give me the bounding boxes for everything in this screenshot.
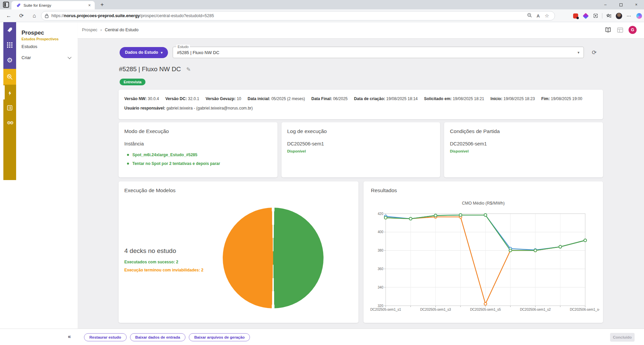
window-close-button[interactable]: × — [629, 0, 644, 9]
collapse-sidebar-icon[interactable]: « — [68, 334, 71, 340]
info-field: Início: 19/08/2025 18:23 — [490, 96, 535, 101]
instance-bullets: Spot_m6i.24xlarge_Estudo_#5285Tentar no … — [124, 153, 272, 166]
info-field: Fim: 19/08/2025 19:00 — [541, 96, 582, 101]
restore-study-button[interactable]: Restaurar estudo — [84, 333, 127, 341]
browser-titlebar: Suite for Energy × + – × — [0, 0, 644, 9]
back-button[interactable]: ← — [5, 12, 13, 20]
status-badge: Entrevista — [120, 79, 145, 85]
sidebar-item-label: Criar — [22, 55, 31, 60]
info-field: Data de criação: 19/08/2025 18:14 — [354, 96, 418, 101]
status-available: Disponível — [287, 149, 435, 153]
breadcrumb-separator: › — [100, 28, 102, 32]
browser-profile-avatar[interactable] — [614, 12, 624, 20]
info-field: Usuário responsável: gabriel.teixeira - … — [124, 106, 253, 111]
chart-title: CMO Médio (R$/MWh) — [363, 201, 603, 206]
window-controls: – × — [598, 0, 644, 9]
info-field: Solicitado em: 19/08/2025 18:21 — [424, 96, 484, 101]
extensions-row: ⋯ — [570, 12, 644, 20]
svg-text:DC202505-sem1_s5: DC202505-sem1_s5 — [470, 308, 501, 311]
browser-workspaces-icon[interactable] — [3, 2, 9, 8]
cmo-line-chart[interactable]: 320340360380400420DC202505-sem1_s1DC2025… — [367, 208, 599, 314]
infeasible-count: Execução terminou com inviabilidades: 2 — [124, 268, 203, 272]
study-info-card: Versão NW: 30.0.4Versão DC: 32.0.1Versão… — [119, 90, 603, 119]
study-title: #5285 | Fluxo NW DC — [119, 66, 181, 73]
favorites-bar-icon[interactable] — [604, 12, 614, 20]
instance-bullet: Spot_m6i.24xlarge_Estudo_#5285 — [124, 153, 272, 157]
app-rail: ⚙ ⚙⚙ — [3, 22, 16, 180]
execution-mode-card: Modo de Execução Instância Spot_m6i.24xl… — [119, 122, 277, 177]
card-title: Log de execução — [287, 128, 435, 134]
window-maximize-button[interactable] — [613, 0, 629, 9]
tab-close-icon[interactable]: × — [87, 3, 92, 8]
settings-gear-icon[interactable]: ⚙ — [6, 56, 13, 64]
sidebar-item-criar[interactable]: Criar — [19, 52, 75, 63]
window-minimize-button[interactable]: – — [598, 0, 613, 9]
copilot-icon[interactable] — [634, 12, 644, 20]
edit-pencil-icon[interactable]: ✎ — [186, 66, 190, 73]
info-field: Versão DC: 32.0.1 — [165, 96, 199, 101]
card-title: Condições de Partida — [450, 128, 597, 134]
svg-text:340: 340 — [378, 286, 383, 289]
sidebar-item-estudos[interactable]: Estudos — [19, 41, 75, 52]
main-area: Prospec › Central do Estudo G — [78, 22, 644, 345]
sidebar-subtitle: Estudos Prospectivos — [22, 37, 78, 41]
start-conditions-card: Condições de Partida DC202506-sem1 Dispo… — [444, 122, 603, 177]
new-tab-button[interactable]: + — [98, 1, 106, 8]
zoom-out-icon[interactable] — [525, 13, 534, 19]
done-button: Concluído — [610, 333, 635, 342]
extension-colorful-icon[interactable] — [581, 12, 591, 20]
decks-summary: 4 decks no estudo — [124, 247, 203, 255]
address-bar[interactable]: https://norus.projecoes-preprod.suite.en… — [41, 11, 555, 20]
deck-name[interactable]: DC202506-sem1 — [450, 141, 597, 146]
study-select-label: Estudo — [176, 45, 190, 49]
decks-pie-chart[interactable] — [223, 208, 324, 308]
rail-active-app[interactable] — [3, 69, 16, 85]
study-select[interactable]: Estudo #5285 | Fluxo NW DC ▾ — [173, 47, 584, 58]
select-arrow-icon: ▾ — [577, 50, 579, 55]
url-text: https://norus.projecoes-preprod.suite.en… — [51, 13, 525, 18]
card-title: Modo de Execução — [124, 128, 272, 134]
suite-logo-icon[interactable] — [6, 26, 13, 34]
deck-name[interactable]: DC202506-sem1 — [287, 141, 435, 146]
study-info-row-1: Versão NW: 30.0.4Versão DC: 32.0.1Versão… — [124, 96, 597, 101]
card-title: Resultados — [371, 187, 397, 193]
svg-text:360: 360 — [378, 267, 383, 271]
download-input-data-button[interactable]: Baixar dados de entrada — [130, 333, 186, 341]
list-board-icon[interactable] — [6, 104, 13, 112]
layout-panel-icon[interactable] — [616, 26, 624, 34]
energy-bolt-icon[interactable] — [6, 89, 13, 97]
info-field: Data inicial: 05/2025 (2 meses) — [248, 96, 305, 101]
study-data-menu-label: Dados do Estudo — [125, 50, 158, 55]
info-field: Versão NW: 30.0.4 — [124, 96, 159, 101]
svg-text:DC202506-sem1_s2: DC202506-sem1_s2 — [520, 308, 551, 311]
chevron-down-icon — [68, 55, 71, 59]
tab-favicon-icon — [16, 3, 21, 8]
study-info-row-2: Usuário responsável: gabriel.teixeira - … — [124, 106, 597, 111]
svg-text:400: 400 — [378, 230, 383, 234]
download-generation-files-button[interactable]: Baixar arquivos de geração — [189, 333, 250, 341]
browser-menu-icon[interactable]: ⋯ — [624, 12, 634, 20]
services-gears-icon[interactable]: ⚙⚙ — [6, 119, 13, 126]
app-header: Prospec › Central do Estudo G — [78, 22, 644, 39]
results-card: Resultados CMO Médio (R$/MWh) 3203403603… — [363, 181, 603, 323]
status-available: Disponível — [450, 149, 597, 153]
breadcrumb-prospec[interactable]: Prospec — [82, 28, 97, 32]
toolbar-divider — [602, 13, 602, 18]
refresh-study-icon[interactable]: ⟳ — [592, 49, 597, 56]
extensions-menu-icon[interactable] — [591, 12, 601, 20]
sidebar-title: Prospec — [22, 30, 78, 36]
home-button[interactable]: ⌂ — [30, 12, 38, 20]
refresh-button[interactable]: ⟳ — [17, 12, 26, 20]
rail-active-indicator — [3, 85, 5, 99]
info-field: Versão Gevazp: 10 — [206, 96, 241, 101]
app-root: ⚙ ⚙⚙ Prospec Estudos Prospectivos — [0, 22, 644, 345]
favorite-star-icon[interactable]: ☆ — [543, 13, 551, 19]
docs-book-icon[interactable] — [604, 26, 612, 34]
extension-adblock-icon[interactable] — [570, 12, 581, 20]
browser-tab[interactable]: Suite for Energy × — [11, 1, 95, 9]
user-avatar[interactable]: G — [629, 26, 637, 34]
study-data-menu-button[interactable]: Dados do Estudo ▾ — [120, 47, 168, 58]
apps-grid-icon[interactable] — [6, 41, 13, 49]
svg-text:420: 420 — [378, 212, 383, 216]
read-aloud-icon[interactable]: A — [534, 13, 543, 18]
